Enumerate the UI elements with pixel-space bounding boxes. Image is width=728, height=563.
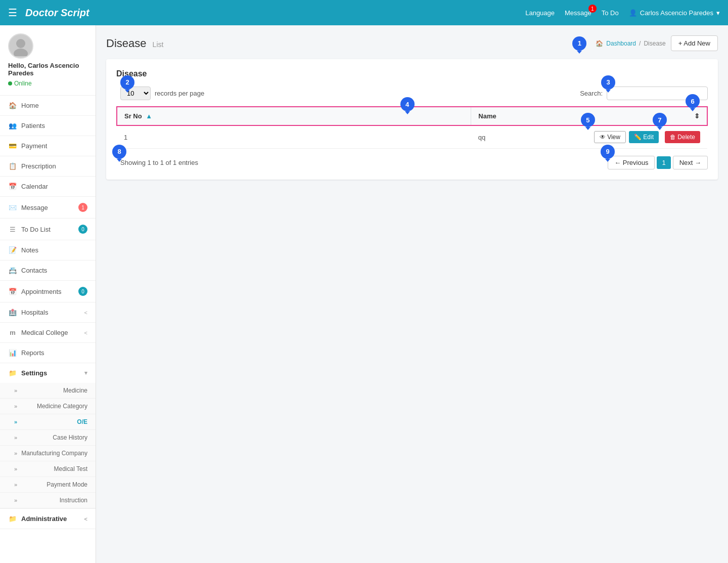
page-header: Disease List 1 🏠 Dashboard / Disease + A… xyxy=(106,35,718,51)
submenu-oe[interactable]: » O/E xyxy=(0,414,96,430)
sidebar-item-settings[interactable]: 📁 Settings ▾ » Medicine » xyxy=(0,363,96,509)
breadcrumb-current: Disease xyxy=(644,40,665,47)
table-row: 1 qq 5 👁 xyxy=(117,125,707,149)
delete-button[interactable]: 🗑 Delete xyxy=(665,131,700,143)
payment-icon: 💳 xyxy=(8,142,17,150)
annotation-bubble-1: 1 xyxy=(572,36,586,51)
sidebar-item-todolist[interactable]: ☰ To Do List 0 xyxy=(0,219,96,240)
search-label: Search: xyxy=(580,90,603,97)
message-link[interactable]: Message xyxy=(565,9,592,17)
sidebar-item-home[interactable]: 🏠 Home xyxy=(0,96,96,116)
patients-icon: 👥 xyxy=(8,122,17,129)
view-icon: 👁 xyxy=(600,134,606,141)
sidebar-item-administrative[interactable]: 📁 Administrative < xyxy=(0,509,96,529)
page-title: Disease List xyxy=(106,37,163,50)
hospitals-icon: 🏥 xyxy=(8,309,17,316)
submenu-medicine-category[interactable]: » Medicine Category xyxy=(0,399,96,414)
language-link[interactable]: Language xyxy=(525,9,555,17)
settings-icon: 📁 xyxy=(8,369,17,377)
medical-college-arrow: < xyxy=(84,330,87,336)
message-nav-item[interactable]: Message 1 xyxy=(565,9,592,17)
annotation-bubble-7: 7 xyxy=(653,113,667,127)
table-body: 1 qq 5 👁 xyxy=(117,125,707,149)
sidebar-label-calendar: Calendar xyxy=(21,183,48,190)
sidebar-item-appointments[interactable]: 📅 Appointments 0 xyxy=(0,281,96,302)
sidebar-item-calendar[interactable]: 📅 Calendar xyxy=(0,177,96,197)
col-sr-no[interactable]: Sr No ▲ xyxy=(117,107,471,125)
medicine-chevron: » xyxy=(14,387,17,394)
sidebar-label-message: Message xyxy=(21,204,48,211)
submenu-case-history[interactable]: » Case History xyxy=(0,430,96,446)
prescription-icon: 📋 xyxy=(8,162,17,170)
cell-name: qq 5 👁 View xyxy=(471,125,707,149)
admin-icon: 📁 xyxy=(8,515,17,523)
sidebar-item-prescription[interactable]: 📋 Prescription xyxy=(0,156,96,177)
sidebar-item-medical-college[interactable]: m Medical College < xyxy=(0,323,96,343)
edit-icon: ✏️ xyxy=(634,134,642,141)
next-button[interactable]: Next → xyxy=(673,156,708,169)
main-layout: Hello, Carlos Ascencio Paredes Online 🏠 … xyxy=(0,25,728,563)
message-badge: 1 xyxy=(588,5,597,13)
todo-icon: ☰ xyxy=(8,226,17,233)
sidebar-profile: Hello, Carlos Ascencio Paredes Online xyxy=(0,25,96,96)
sidebar-label-settings: Settings xyxy=(21,369,47,377)
annotation-1-container: 1 xyxy=(572,36,590,51)
sidebar-label-admin: Administrative xyxy=(21,515,67,523)
contacts-icon: 📇 xyxy=(8,267,17,274)
submenu-payment-mode[interactable]: » Payment Mode xyxy=(0,477,96,493)
sort-icon-sr: ▲ xyxy=(146,112,152,120)
submenu-medicine[interactable]: » Medicine xyxy=(0,383,96,399)
medicine-category-chevron: » xyxy=(14,403,17,409)
top-right-area: 1 🏠 Dashboard / Disease + Add New xyxy=(572,35,718,51)
action-buttons: 5 👁 View ✏️ Edit xyxy=(591,131,700,143)
sidebar-label-appointments: Appointments xyxy=(21,288,62,295)
submenu-manufacturing-company[interactable]: » Manufacturing Company xyxy=(0,446,96,461)
message-icon: ✉️ xyxy=(8,204,17,211)
sidebar-label-todolist: To Do List xyxy=(21,226,51,233)
sidebar-item-reports[interactable]: 📊 Reports xyxy=(0,343,96,363)
sidebar-item-message[interactable]: ✉️ Message 1 xyxy=(0,197,96,219)
notes-icon: 📝 xyxy=(8,246,17,254)
submenu-instruction[interactable]: » Instruction xyxy=(0,493,96,508)
admin-arrow: < xyxy=(84,516,87,522)
annotation-bubble-8: 8 xyxy=(112,145,126,159)
reports-icon: 📊 xyxy=(8,349,17,357)
sidebar-label-medical-college: Medical College xyxy=(21,329,68,336)
main-content: Disease List 1 🏠 Dashboard / Disease + A… xyxy=(96,25,728,563)
appointments-count: 0 xyxy=(78,287,87,296)
sidebar-item-hospitals[interactable]: 🏥 Hospitals < xyxy=(0,302,96,323)
sidebar-item-notes[interactable]: 📝 Notes xyxy=(0,240,96,261)
previous-button[interactable]: ← Previous xyxy=(608,156,655,169)
submenu-label-oe: O/E xyxy=(77,418,87,425)
hamburger-menu[interactable]: ☰ xyxy=(8,7,17,19)
todo-link[interactable]: To Do xyxy=(602,9,619,17)
disease-table: Sr No ▲ Name 6 ⇕ xyxy=(116,106,708,149)
top-navigation: ☰ Doctor Script Language Message 1 To Do… xyxy=(0,0,728,25)
submenu-medical-test[interactable]: » Medical Test xyxy=(0,461,96,477)
user-name: Carlos Ascencio Paredes xyxy=(640,9,713,17)
svg-point-1 xyxy=(14,49,28,56)
sidebar-item-contacts[interactable]: 📇 Contacts xyxy=(0,261,96,281)
breadcrumb-home[interactable]: Dashboard xyxy=(606,40,636,47)
breadcrumb-icon: 🏠 xyxy=(596,40,603,47)
sidebar-item-patients[interactable]: 👥 Patients xyxy=(0,116,96,136)
title-text: Disease xyxy=(106,37,146,50)
annotation-bubble-3: 3 xyxy=(601,75,615,90)
submenu-label-payment-mode: Payment Mode xyxy=(47,481,87,488)
view-button[interactable]: 👁 View xyxy=(594,131,626,143)
records-per-page-label: records per page xyxy=(155,90,204,97)
records-per-page-control: 2 10 25 50 100 records per page xyxy=(116,86,204,100)
sidebar-item-payment[interactable]: 💳 Payment xyxy=(0,136,96,156)
current-page: 1 xyxy=(657,156,670,169)
submenu-label-medical-test: Medical Test xyxy=(54,465,87,472)
user-dropdown-icon: ▾ xyxy=(716,9,720,17)
delete-icon: 🗑 xyxy=(670,134,676,141)
edit-button[interactable]: ✏️ Edit xyxy=(629,131,659,143)
avatar xyxy=(8,33,33,59)
cell-sr: 1 xyxy=(117,125,471,149)
sidebar-label-prescription: Prescription xyxy=(21,162,56,170)
submenu-label-medicine: Medicine xyxy=(63,387,87,394)
payment-mode-chevron: » xyxy=(14,482,17,488)
add-new-button[interactable]: + Add New xyxy=(671,35,718,51)
user-profile[interactable]: 👤 Carlos Ascencio Paredes ▾ xyxy=(629,9,720,17)
